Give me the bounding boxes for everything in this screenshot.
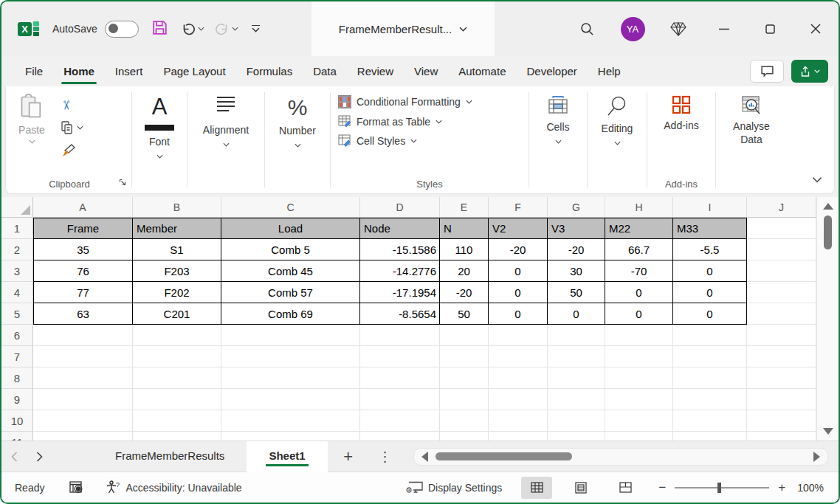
cell-A3[interactable]: 76 [33, 260, 133, 282]
cell-H7[interactable] [605, 346, 673, 367]
cell-I3[interactable]: 0 [673, 260, 747, 282]
cell-E4[interactable]: -20 [440, 282, 489, 303]
cell-H6[interactable] [605, 325, 673, 346]
cell-D6[interactable] [360, 325, 440, 346]
column-header-J[interactable]: J [747, 197, 816, 218]
display-settings[interactable]: ⚙ Display Settings [407, 481, 502, 494]
cell-I7[interactable] [673, 346, 747, 367]
cell-C8[interactable] [221, 367, 360, 389]
sheet-tab-sheet1[interactable]: Sheet1 [247, 441, 327, 472]
new-sheet-button[interactable]: + [328, 447, 369, 466]
cell-J2[interactable] [747, 239, 816, 260]
cell-F9[interactable] [489, 389, 548, 410]
row-header-9[interactable]: 9 [1, 389, 33, 410]
number-menu-button[interactable]: % Number [268, 86, 327, 193]
addins-button[interactable]: Add-ins [650, 86, 712, 174]
row-header-5[interactable]: 5 [1, 303, 33, 325]
column-header-E[interactable]: E [440, 197, 489, 218]
cell-B11[interactable] [133, 432, 221, 441]
conditional-formatting-button[interactable]: Conditional Formatting [338, 95, 521, 108]
cell-B3[interactable]: F203 [133, 260, 221, 282]
menu-tab-automate[interactable]: Automate [448, 56, 516, 86]
zoom-out-button[interactable]: − [657, 480, 667, 495]
cell-C11[interactable] [221, 432, 360, 441]
cell-J9[interactable] [747, 389, 816, 410]
cell-E11[interactable] [440, 432, 489, 441]
cell-B4[interactable]: F202 [133, 282, 221, 303]
cell-E10[interactable] [440, 410, 489, 432]
cell-H10[interactable] [605, 410, 673, 432]
menu-tab-insert[interactable]: Insert [105, 56, 154, 86]
cell-G6[interactable] [548, 325, 605, 346]
cell-G3[interactable]: 30 [548, 260, 605, 282]
cell-G5[interactable]: 0 [548, 303, 605, 325]
cell-I2[interactable]: -5.5 [673, 239, 747, 260]
cell-F2[interactable]: -20 [489, 239, 548, 260]
format-as-table-button[interactable]: Format as Table [338, 115, 521, 128]
cell-B7[interactable] [133, 346, 221, 367]
cell-F10[interactable] [489, 410, 548, 432]
cell-A1[interactable]: Frame [33, 218, 133, 239]
cells-menu-button[interactable]: Cells [532, 86, 584, 193]
cell-A4[interactable]: 77 [33, 282, 133, 303]
menu-tab-page-layout[interactable]: Page Layout [153, 56, 235, 86]
page-layout-view-button[interactable] [565, 477, 596, 499]
column-header-I[interactable]: I [673, 197, 747, 218]
menu-tab-help[interactable]: Help [588, 56, 631, 86]
cell-E6[interactable] [440, 325, 489, 346]
cell-D8[interactable] [360, 367, 440, 389]
zoom-slider-thumb[interactable] [717, 483, 721, 493]
cell-D3[interactable]: -14.2776 [360, 260, 440, 282]
cell-D9[interactable] [360, 389, 440, 410]
page-break-view-button[interactable] [610, 477, 641, 499]
zoom-level[interactable]: 100% [797, 482, 824, 494]
cell-F6[interactable] [489, 325, 548, 346]
prev-sheet-icon[interactable] [1, 452, 27, 462]
cell-J8[interactable] [747, 367, 816, 389]
column-header-B[interactable]: B [133, 197, 221, 218]
cell-J6[interactable] [747, 325, 816, 346]
cell-G7[interactable] [548, 346, 605, 367]
cell-E2[interactable]: 110 [440, 239, 489, 260]
cell-B2[interactable]: S1 [133, 239, 221, 260]
column-header-F[interactable]: F [489, 197, 548, 218]
cell-G1[interactable]: V3 [548, 218, 605, 239]
column-header-C[interactable]: C [221, 197, 360, 218]
cell-D11[interactable] [360, 432, 440, 441]
cell-E1[interactable]: N [440, 218, 489, 239]
cell-I1[interactable]: M33 [673, 218, 747, 239]
cell-A6[interactable] [33, 325, 133, 346]
cell-J10[interactable] [747, 410, 816, 432]
cell-H4[interactable]: 0 [605, 282, 673, 303]
sheet-tab-framememberresults[interactable]: FrameMemberResults [93, 441, 247, 472]
cell-D7[interactable] [360, 346, 440, 367]
cell-J4[interactable] [747, 282, 816, 303]
cell-C10[interactable] [221, 410, 360, 432]
cell-G2[interactable]: -20 [548, 239, 605, 260]
cell-I6[interactable] [673, 325, 747, 346]
menu-tab-file[interactable]: File [15, 56, 53, 86]
cell-I11[interactable] [673, 432, 747, 441]
row-header-11[interactable]: 11 [1, 432, 33, 441]
cell-C9[interactable] [221, 389, 360, 410]
menu-tab-data[interactable]: Data [303, 56, 347, 86]
scroll-up-icon[interactable] [823, 203, 833, 210]
vertical-scrollbar[interactable] [816, 197, 839, 441]
cut-button[interactable]: ✂ [61, 97, 83, 113]
quick-access-toolbar-menu[interactable] [252, 25, 260, 32]
cell-F5[interactable]: 0 [489, 303, 548, 325]
cell-E8[interactable] [440, 367, 489, 389]
scroll-left-icon[interactable] [421, 452, 428, 462]
cell-J5[interactable] [747, 303, 816, 325]
row-header-7[interactable]: 7 [1, 346, 33, 367]
cell-A11[interactable] [33, 432, 133, 441]
document-title[interactable]: FrameMemberResult... [311, 1, 495, 56]
cell-A9[interactable] [33, 389, 133, 410]
column-header-G[interactable]: G [548, 197, 605, 218]
row-header-10[interactable]: 10 [1, 410, 33, 432]
column-header-H[interactable]: H [605, 197, 673, 218]
cell-I8[interactable] [673, 367, 747, 389]
cell-F3[interactable]: 0 [489, 260, 548, 282]
account-avatar[interactable]: YA [610, 1, 655, 56]
cell-E9[interactable] [440, 389, 489, 410]
